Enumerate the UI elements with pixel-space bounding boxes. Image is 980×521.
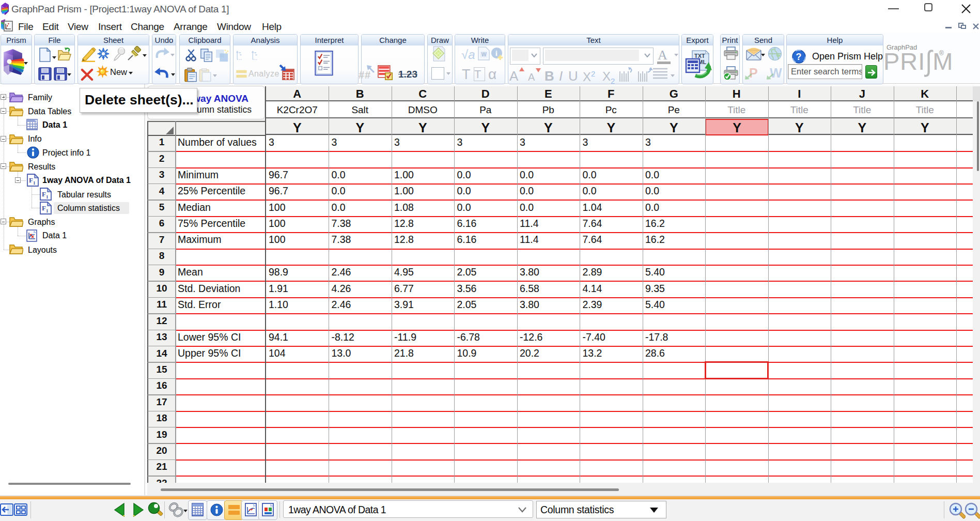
svg-text:F: F (42, 190, 46, 198)
svg-text:1: 1 (46, 208, 49, 213)
svg-text:?: ? (796, 52, 802, 62)
svg-text:TXT: TXT (694, 53, 705, 59)
svg-text:W: W (481, 51, 487, 57)
svg-text:1: 1 (33, 180, 36, 186)
svg-text:F: F (42, 204, 46, 212)
svg-text:F: F (29, 176, 33, 184)
svg-text:i: i (495, 49, 498, 57)
svg-text:1: 1 (46, 194, 49, 200)
